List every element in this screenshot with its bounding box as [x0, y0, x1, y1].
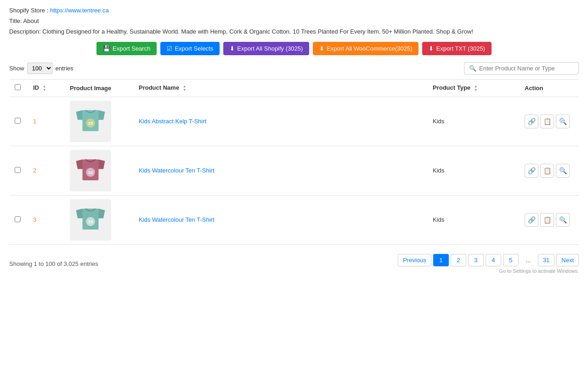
link-button[interactable]: 🔗 — [525, 213, 538, 227]
description-value: Clothing Designed for a Healthy, Sustain… — [42, 28, 473, 35]
export-woocommerce-label: Export All WooCommerce(3025) — [327, 45, 412, 52]
action-buttons: 🔗 📋 🔍 — [525, 213, 573, 227]
page-3-button[interactable]: 3 — [468, 254, 484, 266]
table-header-row: ID ▲▼ Product Image Product Name ▲▼ Prod… — [9, 80, 579, 97]
row-id-cell: 3 — [28, 195, 64, 244]
showing-text: Showing 1 to 100 of 3,025 entries — [9, 260, 98, 267]
products-table: ID ▲▼ Product Image Product Name ▲▼ Prod… — [9, 79, 579, 245]
page-1-button[interactable]: 1 — [433, 254, 449, 266]
export-search-button[interactable]: 💾 Export Search — [96, 42, 157, 55]
export-selects-label: Export Selects — [175, 45, 213, 52]
meta-shopify: Shopify Store : https://www.tentree.ca — [9, 7, 579, 14]
page-2-button[interactable]: 2 — [451, 254, 466, 266]
export-txt-icon: ⬇ — [429, 45, 434, 52]
export-woo-icon: ⬇ — [319, 45, 324, 52]
row-id: 2 — [33, 167, 36, 174]
export-txt-button[interactable]: ⬇ Export TXT (3025) — [422, 42, 491, 55]
table-controls: Show 10 25 50 100 entries 🔍 — [9, 62, 579, 75]
name-sort-icon[interactable]: ▲▼ — [183, 85, 187, 92]
entries-select[interactable]: 10 25 50 100 — [27, 63, 53, 74]
show-label: Show — [9, 65, 24, 72]
shopify-link[interactable]: https://www.tentree.ca — [50, 7, 109, 14]
action-buttons: 🔗 📋 🔍 — [525, 115, 573, 128]
header-checkbox-col — [9, 80, 28, 97]
meta-description: Description: Clothing Designed for a Hea… — [9, 28, 579, 35]
row-type-cell: Kids — [427, 146, 519, 195]
product-image: 10 — [70, 101, 111, 142]
search-icon: 🔍 — [469, 65, 476, 72]
header-type: Product Type ▲▼ — [427, 80, 519, 97]
export-txt-label: Export TXT (3025) — [436, 45, 485, 52]
copy-button[interactable]: 📋 — [540, 164, 554, 178]
pagination: Previous 1 2 3 4 5 ... 31 Next — [398, 254, 579, 266]
row-id: 1 — [33, 118, 36, 125]
action-buttons: 🔗 📋 🔍 — [525, 164, 573, 178]
row-image-cell: 10 — [64, 195, 133, 244]
select-all-checkbox[interactable] — [15, 84, 21, 90]
product-name-link[interactable]: Kids Abstract Kelp T-Shirt — [139, 118, 206, 125]
entries-label: entries — [56, 65, 74, 72]
toolbar: 💾 Export Search ☑ Export Selects ⬇ Expor… — [9, 42, 579, 55]
row-checkbox-cell — [9, 195, 28, 244]
export-selects-icon: ☑ — [167, 45, 172, 52]
export-woocommerce-button[interactable]: ⬇ Export All WooCommerce(3025) — [313, 42, 418, 55]
row-checkbox-cell — [9, 146, 28, 195]
export-selects-button[interactable]: ☑ Export Selects — [160, 42, 220, 55]
product-type: Kids — [433, 118, 444, 125]
header-name: Product Name ▲▼ — [133, 80, 427, 97]
row-type-cell: Kids — [427, 195, 519, 244]
search-box: 🔍 — [464, 62, 579, 75]
export-shopify-button[interactable]: ⬇ Export All Shopify (3025) — [223, 42, 309, 55]
svg-text:10: 10 — [88, 170, 93, 175]
page-5-button[interactable]: 5 — [503, 254, 519, 266]
copy-button[interactable]: 📋 — [540, 213, 554, 227]
table-row: 2 10 Kids Watercolour Ten T-Shirt Kids 🔗… — [9, 146, 579, 195]
row-checkbox-cell — [9, 97, 28, 146]
page-4-button[interactable]: 4 — [486, 254, 501, 266]
search-input[interactable] — [479, 65, 574, 72]
row-id-cell: 1 — [28, 97, 64, 146]
row-action-cell: 🔗 📋 🔍 — [519, 97, 579, 146]
export-shopify-label: Export All Shopify (3025) — [237, 45, 303, 52]
table-row: 1 10 Kids Abstract Kelp T-Shirt Kids 🔗 📋 — [9, 97, 579, 146]
row-type-cell: Kids — [427, 97, 519, 146]
row-id: 3 — [33, 216, 36, 223]
activate-windows-notice: Go to Settings to activate Windows. — [499, 268, 579, 274]
export-shopify-icon: ⬇ — [230, 45, 235, 52]
svg-text:10: 10 — [88, 121, 93, 126]
product-image: 10 — [70, 150, 111, 191]
next-button[interactable]: Next — [556, 254, 579, 266]
header-id: ID ▲▼ — [28, 80, 64, 97]
shopify-label: Shopify Store : — [9, 7, 48, 14]
product-name-link[interactable]: Kids Watercolour Ten T-Shirt — [139, 216, 215, 223]
search-product-button[interactable]: 🔍 — [556, 213, 570, 227]
title-label: Title: — [9, 17, 22, 24]
row-checkbox[interactable] — [15, 118, 21, 124]
row-name-cell: Kids Abstract Kelp T-Shirt — [133, 97, 427, 146]
link-button[interactable]: 🔗 — [525, 164, 538, 178]
export-search-icon: 💾 — [103, 45, 110, 52]
row-action-cell: 🔗 📋 🔍 — [519, 146, 579, 195]
row-action-cell: 🔗 📋 🔍 — [519, 195, 579, 244]
row-image-cell: 10 — [64, 146, 133, 195]
id-sort-icon[interactable]: ▲▼ — [43, 85, 46, 92]
product-type: Kids — [433, 167, 444, 174]
row-checkbox[interactable] — [15, 167, 21, 173]
row-name-cell: Kids Watercolour Ten T-Shirt — [133, 195, 427, 244]
search-product-button[interactable]: 🔍 — [556, 115, 570, 128]
meta-title: Title: About — [9, 17, 579, 24]
page-31-button[interactable]: 31 — [538, 254, 554, 266]
export-search-label: Export Search — [113, 45, 150, 52]
search-product-button[interactable]: 🔍 — [556, 164, 570, 178]
description-label: Description: — [9, 28, 41, 35]
product-type: Kids — [433, 216, 444, 223]
type-sort-icon[interactable]: ▲▼ — [474, 85, 478, 92]
page-wrapper: Shopify Store : https://www.tentree.ca T… — [0, 0, 588, 281]
product-image: 10 — [70, 199, 111, 241]
product-name-link[interactable]: Kids Watercolour Ten T-Shirt — [139, 167, 215, 174]
previous-button[interactable]: Previous — [398, 254, 431, 266]
link-button[interactable]: 🔗 — [525, 115, 538, 128]
copy-button[interactable]: 📋 — [540, 115, 554, 128]
row-checkbox[interactable] — [15, 216, 21, 222]
header-action: Action — [519, 80, 579, 97]
